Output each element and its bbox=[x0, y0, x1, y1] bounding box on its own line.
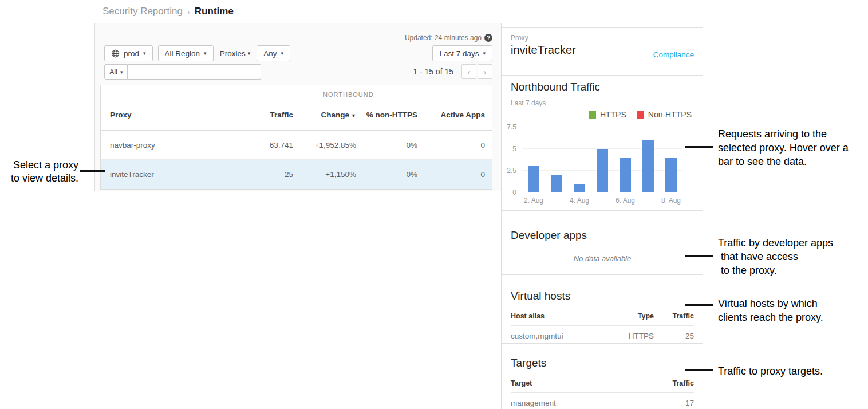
cell-non-https: 0% bbox=[356, 170, 417, 179]
column-header-traffic: Traffic bbox=[654, 379, 694, 387]
virtual-hosts-header-row: Host alias Type Traffic bbox=[511, 312, 694, 326]
page-title: Runtime bbox=[195, 6, 234, 17]
chart-bar[interactable] bbox=[597, 149, 608, 192]
caret-down-icon: ▾ bbox=[204, 50, 207, 56]
column-header-target: Target bbox=[511, 379, 654, 387]
virtual-host-row: custom,mgmtui HTTPS 25 bbox=[511, 326, 694, 340]
callout-line-developer-apps bbox=[685, 255, 713, 257]
callout-line-targets bbox=[685, 369, 713, 371]
table-row-invitetracker[interactable]: inviteTracker 25 +1,150% 0% 0 bbox=[101, 160, 492, 189]
chart-subtitle: Last 7 days bbox=[511, 99, 694, 107]
cell-traffic: 63,741 bbox=[224, 141, 293, 150]
chart-y-axis: 02.557.5 bbox=[511, 127, 522, 192]
proxies-dropdown[interactable]: Proxies ▾ bbox=[219, 49, 252, 58]
chart-legend: HTTPS Non-HTTPS bbox=[511, 110, 694, 119]
search-input[interactable] bbox=[128, 64, 261, 80]
developer-apps-title: Developer apps bbox=[511, 229, 694, 242]
proxies-label: Proxies bbox=[220, 49, 246, 58]
compliance-link[interactable]: Compliance bbox=[653, 50, 694, 59]
chart-bars bbox=[522, 127, 682, 192]
breadcrumb-security-reporting[interactable]: Security Reporting bbox=[102, 6, 183, 17]
proxy-label: Proxy bbox=[511, 34, 694, 42]
table-row-navbar-proxy[interactable]: navbar-proxy 63,741 +1,952.85% 0% 0 bbox=[101, 131, 492, 160]
cell-type: HTTPS bbox=[602, 332, 654, 340]
pagination: 1 - 15 of 15 ‹ › bbox=[413, 64, 492, 79]
date-range-dropdown[interactable]: Last 7 days ▾ bbox=[432, 45, 492, 61]
globe-icon bbox=[111, 49, 120, 58]
callout-targets: Traffic to proxy targets. bbox=[718, 364, 823, 378]
chart-bar[interactable] bbox=[642, 140, 654, 192]
legend-swatch-non-https bbox=[637, 111, 644, 119]
cell-traffic: 25 bbox=[224, 170, 293, 179]
column-header-change[interactable]: Change▼ bbox=[293, 111, 356, 120]
sort-desc-icon: ▼ bbox=[351, 113, 356, 119]
breadcrumb-chevron-icon: › bbox=[187, 7, 190, 17]
chart-x-tick-label bbox=[637, 196, 660, 204]
target-row: management 17 bbox=[511, 393, 694, 407]
date-range-label: Last 7 days bbox=[439, 49, 479, 58]
cell-host-alias: custom,mgmtui bbox=[511, 332, 602, 340]
chart-bar[interactable] bbox=[620, 158, 631, 192]
filter-bar: prod ▾ All Region ▾ Proxies ▾ Any ▾ bbox=[104, 45, 290, 61]
column-header-host-alias: Host alias bbox=[511, 312, 602, 320]
developer-apps-card: Developer apps No data available bbox=[502, 218, 703, 275]
column-header-active-apps[interactable]: Active Apps bbox=[417, 111, 485, 120]
chart-y-tick-label: 0 bbox=[512, 188, 516, 196]
updated-label: Updated: 24 minutes ago bbox=[405, 34, 482, 42]
proxy-header-card: Proxy inviteTracker Compliance bbox=[502, 27, 703, 66]
table-header-row: Proxy Traffic Change▼ % non-HTTPS Active… bbox=[101, 101, 492, 131]
chart-x-tick-label: 4. Aug bbox=[568, 196, 591, 204]
chart-x-tick-label bbox=[591, 196, 614, 204]
cell-traffic: 17 bbox=[654, 399, 694, 407]
callout-virtual-hosts: Virtual hosts by which clients reach the… bbox=[718, 297, 823, 324]
chart-bar[interactable] bbox=[551, 175, 562, 192]
no-data-label: No data available bbox=[511, 254, 694, 263]
callout-developer-apps: Traffic by developer apps that have acce… bbox=[718, 236, 833, 277]
column-header-traffic[interactable]: Traffic bbox=[224, 111, 293, 120]
legend-label-non-https: Non-HTTPS bbox=[648, 110, 692, 119]
callout-select-proxy: Select a proxy to view details. bbox=[11, 159, 78, 185]
callout-line-requests bbox=[685, 146, 713, 148]
chart-bar[interactable] bbox=[574, 184, 585, 192]
column-header-proxy[interactable]: Proxy bbox=[110, 111, 224, 120]
updated-status: Updated: 24 minutes ago ? bbox=[405, 34, 492, 42]
cell-proxy: navbar-proxy bbox=[110, 141, 224, 150]
legend-item-non-https[interactable]: Non-HTTPS bbox=[637, 110, 692, 119]
environment-dropdown[interactable]: prod ▾ bbox=[104, 45, 153, 61]
caret-down-icon: ▾ bbox=[281, 50, 283, 56]
cell-non-https: 0% bbox=[356, 141, 417, 150]
caret-down-icon: ▾ bbox=[483, 50, 486, 56]
legend-label-https: HTTPS bbox=[600, 110, 626, 119]
column-header-traffic: Traffic bbox=[654, 312, 694, 320]
chevron-right-icon: › bbox=[484, 67, 487, 77]
cell-proxy: inviteTracker bbox=[110, 170, 224, 179]
any-dropdown[interactable]: Any ▾ bbox=[257, 45, 290, 61]
help-icon[interactable]: ? bbox=[484, 34, 492, 42]
region-dropdown[interactable]: All Region ▾ bbox=[158, 45, 214, 61]
proxy-detail-panel: Proxy inviteTracker Compliance Northboun… bbox=[501, 23, 703, 409]
chart-bar[interactable] bbox=[528, 166, 539, 192]
chart-y-tick-label: 5 bbox=[512, 145, 516, 153]
chart-bar[interactable] bbox=[665, 158, 677, 192]
chart-x-tick-label: 6. Aug bbox=[614, 196, 637, 204]
chart-x-labels: 2. Aug4. Aug6. Aug8. Aug bbox=[522, 196, 682, 204]
callout-requests: Requests arriving to the selected proxy.… bbox=[718, 127, 849, 168]
caret-down-icon: ▾ bbox=[143, 50, 146, 56]
proxies-table: NORTHBOUND Proxy Traffic Change▼ % non-H… bbox=[100, 85, 492, 190]
search-scope-dropdown[interactable]: All ▾ bbox=[104, 64, 128, 80]
caret-down-icon: ▾ bbox=[248, 50, 251, 56]
chart-plot bbox=[522, 127, 682, 192]
environment-label: prod bbox=[124, 49, 139, 58]
chart-y-tick-label: 2.5 bbox=[507, 167, 516, 175]
next-page-button[interactable]: › bbox=[478, 64, 492, 79]
northbound-traffic-title: Northbound Traffic bbox=[511, 81, 694, 93]
pagination-label: 1 - 15 of 15 bbox=[413, 67, 453, 76]
cell-active-apps: 0 bbox=[417, 141, 485, 150]
northbound-traffic-card: Northbound Traffic Last 7 days HTTPS Non… bbox=[502, 75, 703, 211]
legend-swatch-https bbox=[589, 111, 596, 119]
callout-line-select-proxy bbox=[80, 170, 105, 172]
legend-item-https[interactable]: HTTPS bbox=[589, 110, 626, 119]
column-header-non-https[interactable]: % non-HTTPS bbox=[356, 111, 417, 120]
prev-page-button[interactable]: ‹ bbox=[461, 64, 476, 79]
virtual-hosts-card: Virtual hosts Host alias Type Traffic cu… bbox=[502, 282, 703, 344]
